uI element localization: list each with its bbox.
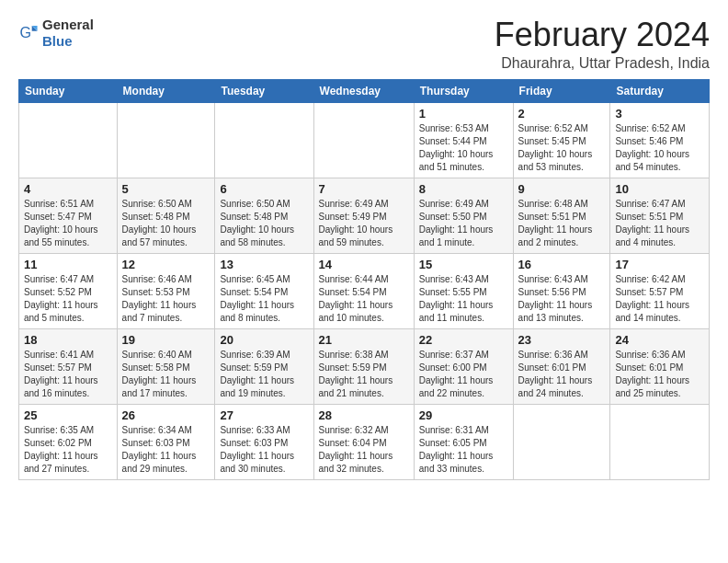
day-number: 18: [24, 333, 112, 347]
day-number: 26: [122, 408, 210, 422]
day-detail: Sunrise: 6:50 AM Sunset: 5:48 PM Dayligh…: [220, 198, 308, 249]
calendar-day-cell: 1Sunrise: 6:53 AM Sunset: 5:44 PM Daylig…: [414, 102, 513, 178]
weekday-header: Monday: [117, 79, 215, 102]
svg-text:G: G: [19, 24, 31, 40]
day-detail: Sunrise: 6:49 AM Sunset: 5:49 PM Dayligh…: [319, 198, 409, 249]
day-detail: Sunrise: 6:47 AM Sunset: 5:51 PM Dayligh…: [615, 198, 704, 249]
calendar-day-cell: [215, 102, 313, 178]
calendar-week-row: 11Sunrise: 6:47 AM Sunset: 5:52 PM Dayli…: [19, 253, 710, 328]
weekday-header: Thursday: [414, 79, 513, 102]
weekday-header: Saturday: [610, 79, 710, 102]
day-detail: Sunrise: 6:39 AM Sunset: 5:59 PM Dayligh…: [220, 349, 308, 400]
calendar-day-cell: 25Sunrise: 6:35 AM Sunset: 6:02 PM Dayli…: [19, 404, 118, 479]
calendar-week-row: 4Sunrise: 6:51 AM Sunset: 5:47 PM Daylig…: [19, 178, 710, 253]
day-number: 15: [419, 258, 508, 271]
day-number: 14: [319, 258, 409, 271]
calendar-day-cell: 2Sunrise: 6:52 AM Sunset: 5:45 PM Daylig…: [513, 102, 610, 178]
day-detail: Sunrise: 6:46 AM Sunset: 5:53 PM Dayligh…: [122, 273, 210, 325]
day-detail: Sunrise: 6:36 AM Sunset: 6:01 PM Dayligh…: [518, 349, 606, 400]
calendar-week-row: 1Sunrise: 6:53 AM Sunset: 5:44 PM Daylig…: [19, 102, 710, 178]
calendar-week-row: 18Sunrise: 6:41 AM Sunset: 5:57 PM Dayli…: [19, 328, 710, 404]
day-detail: Sunrise: 6:50 AM Sunset: 5:48 PM Dayligh…: [122, 198, 210, 249]
calendar-day-cell: [313, 102, 414, 178]
calendar-day-cell: [19, 102, 118, 178]
day-number: 16: [518, 258, 606, 271]
calendar-day-cell: 10Sunrise: 6:47 AM Sunset: 5:51 PM Dayli…: [610, 178, 710, 253]
location-title: Dhaurahra, Uttar Pradesh, India: [495, 55, 710, 72]
day-detail: Sunrise: 6:51 AM Sunset: 5:47 PM Dayligh…: [24, 198, 112, 249]
day-number: 23: [518, 333, 606, 347]
day-detail: Sunrise: 6:41 AM Sunset: 5:57 PM Dayligh…: [24, 349, 112, 400]
day-detail: Sunrise: 6:53 AM Sunset: 5:44 PM Dayligh…: [419, 122, 508, 174]
day-detail: Sunrise: 6:32 AM Sunset: 6:04 PM Dayligh…: [319, 424, 409, 476]
day-number: 24: [615, 333, 704, 347]
calendar-day-cell: 4Sunrise: 6:51 AM Sunset: 5:47 PM Daylig…: [19, 178, 118, 253]
calendar-day-cell: 26Sunrise: 6:34 AM Sunset: 6:03 PM Dayli…: [117, 404, 215, 479]
calendar-day-cell: [513, 404, 610, 479]
calendar-day-cell: 24Sunrise: 6:36 AM Sunset: 6:01 PM Dayli…: [610, 328, 710, 404]
calendar-week-row: 25Sunrise: 6:35 AM Sunset: 6:02 PM Dayli…: [19, 404, 710, 479]
logo-icon: G: [18, 23, 39, 43]
day-detail: Sunrise: 6:42 AM Sunset: 5:57 PM Dayligh…: [615, 273, 704, 325]
calendar-day-cell: 21Sunrise: 6:38 AM Sunset: 5:59 PM Dayli…: [313, 328, 414, 404]
weekday-header: Sunday: [19, 79, 118, 102]
page: G General Blue February 2024 Dhaurahra, …: [0, 0, 728, 489]
day-detail: Sunrise: 6:45 AM Sunset: 5:54 PM Dayligh…: [220, 273, 308, 325]
day-detail: Sunrise: 6:49 AM Sunset: 5:50 PM Dayligh…: [419, 198, 508, 249]
day-number: 13: [220, 258, 308, 271]
day-number: 8: [419, 182, 508, 196]
calendar-body: 1Sunrise: 6:53 AM Sunset: 5:44 PM Daylig…: [19, 102, 710, 479]
calendar-day-cell: 22Sunrise: 6:37 AM Sunset: 6:00 PM Dayli…: [414, 328, 513, 404]
header: G General Blue February 2024 Dhaurahra, …: [18, 17, 710, 72]
day-number: 29: [419, 408, 508, 422]
logo-general: General: [42, 17, 94, 32]
day-number: 1: [419, 107, 508, 121]
day-detail: Sunrise: 6:31 AM Sunset: 6:05 PM Dayligh…: [419, 424, 508, 476]
calendar-header-row: SundayMondayTuesdayWednesdayThursdayFrid…: [19, 79, 710, 102]
calendar-day-cell: [610, 404, 710, 479]
calendar-day-cell: 27Sunrise: 6:33 AM Sunset: 6:03 PM Dayli…: [215, 404, 313, 479]
calendar-day-cell: 15Sunrise: 6:43 AM Sunset: 5:55 PM Dayli…: [414, 253, 513, 328]
day-number: 22: [419, 333, 508, 347]
title-block: February 2024 Dhaurahra, Uttar Pradesh, …: [495, 17, 710, 72]
day-number: 17: [615, 258, 704, 271]
logo-blue: Blue: [42, 33, 73, 49]
day-number: 25: [24, 408, 112, 422]
calendar-table: SundayMondayTuesdayWednesdayThursdayFrid…: [18, 79, 710, 480]
calendar-day-cell: 11Sunrise: 6:47 AM Sunset: 5:52 PM Dayli…: [19, 253, 118, 328]
day-number: 9: [518, 182, 606, 196]
day-detail: Sunrise: 6:47 AM Sunset: 5:52 PM Dayligh…: [24, 273, 112, 325]
calendar-day-cell: 29Sunrise: 6:31 AM Sunset: 6:05 PM Dayli…: [414, 404, 513, 479]
logo-text: General Blue: [42, 17, 94, 50]
logo: G General Blue: [18, 17, 94, 50]
day-detail: Sunrise: 6:35 AM Sunset: 6:02 PM Dayligh…: [24, 424, 112, 476]
day-number: 20: [220, 333, 308, 347]
day-number: 21: [319, 333, 409, 347]
day-detail: Sunrise: 6:40 AM Sunset: 5:58 PM Dayligh…: [122, 349, 210, 400]
calendar-day-cell: 5Sunrise: 6:50 AM Sunset: 5:48 PM Daylig…: [117, 178, 215, 253]
calendar-day-cell: 12Sunrise: 6:46 AM Sunset: 5:53 PM Dayli…: [117, 253, 215, 328]
month-title: February 2024: [495, 17, 710, 53]
calendar-day-cell: 20Sunrise: 6:39 AM Sunset: 5:59 PM Dayli…: [215, 328, 313, 404]
day-detail: Sunrise: 6:43 AM Sunset: 5:55 PM Dayligh…: [419, 273, 508, 325]
calendar-day-cell: 13Sunrise: 6:45 AM Sunset: 5:54 PM Dayli…: [215, 253, 313, 328]
day-number: 19: [122, 333, 210, 347]
day-detail: Sunrise: 6:48 AM Sunset: 5:51 PM Dayligh…: [518, 198, 606, 249]
weekday-header: Tuesday: [215, 79, 313, 102]
day-number: 12: [122, 258, 210, 271]
day-detail: Sunrise: 6:34 AM Sunset: 6:03 PM Dayligh…: [122, 424, 210, 476]
calendar-day-cell: 7Sunrise: 6:49 AM Sunset: 5:49 PM Daylig…: [313, 178, 414, 253]
day-number: 27: [220, 408, 308, 422]
day-number: 28: [319, 408, 409, 422]
calendar-day-cell: 16Sunrise: 6:43 AM Sunset: 5:56 PM Dayli…: [513, 253, 610, 328]
calendar-day-cell: 3Sunrise: 6:52 AM Sunset: 5:46 PM Daylig…: [610, 102, 710, 178]
calendar-day-cell: 23Sunrise: 6:36 AM Sunset: 6:01 PM Dayli…: [513, 328, 610, 404]
calendar-day-cell: 6Sunrise: 6:50 AM Sunset: 5:48 PM Daylig…: [215, 178, 313, 253]
day-number: 4: [24, 182, 112, 196]
weekday-header: Wednesday: [313, 79, 414, 102]
calendar-day-cell: 14Sunrise: 6:44 AM Sunset: 5:54 PM Dayli…: [313, 253, 414, 328]
day-number: 3: [615, 107, 704, 121]
day-detail: Sunrise: 6:43 AM Sunset: 5:56 PM Dayligh…: [518, 273, 606, 325]
day-number: 2: [518, 107, 606, 121]
calendar-day-cell: 19Sunrise: 6:40 AM Sunset: 5:58 PM Dayli…: [117, 328, 215, 404]
